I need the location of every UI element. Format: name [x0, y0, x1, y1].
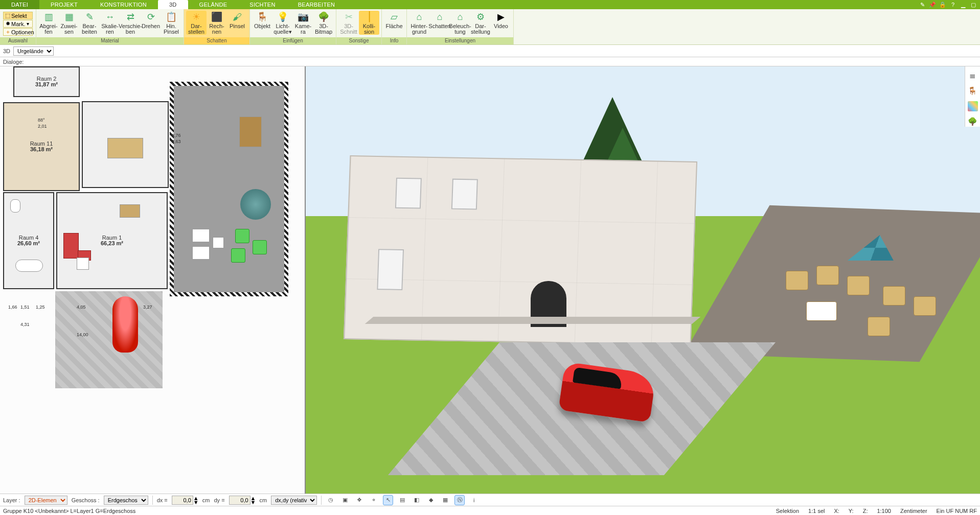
camera-icon: 📷 — [297, 11, 310, 23]
ribbon-btn-rechnen[interactable]: ⬛Rech-nen — [207, 11, 227, 35]
floor-label: Geschoss : — [72, 497, 100, 503]
ribbon-btn-3dbitmap[interactable]: 🌳3D-Bitmap — [313, 11, 334, 35]
bathtub[interactable] — [15, 260, 43, 272]
ribbon-btn-hintergrund[interactable]: ⌂Hinter-grund — [409, 11, 429, 35]
tb-layer-icon[interactable]: ◧ — [412, 495, 422, 505]
garden-chair[interactable] — [253, 240, 267, 254]
coffee-table[interactable] — [77, 258, 89, 270]
plant-icon[interactable]: 🌳 — [968, 116, 978, 127]
ribbon-btn-darstellung[interactable]: ⚙Dar-stellung — [470, 11, 491, 35]
toilet[interactable] — [10, 199, 20, 213]
side-table[interactable] — [213, 237, 224, 248]
pin-icon[interactable]: 📌 — [929, 1, 936, 8]
ribbon-btn-pinsel[interactable]: 🖌Pinsel — [227, 11, 247, 29]
garden-chair[interactable] — [231, 248, 245, 263]
dx-input[interactable] — [172, 496, 193, 505]
dim-label: 1,66 — [8, 305, 17, 310]
dim-label: 4,31 — [20, 322, 30, 327]
ribbon-btn-verschieben[interactable]: ⇄Verschie-ben — [120, 11, 141, 35]
garden-chair[interactable] — [235, 229, 249, 243]
minimize-icon[interactable]: ▁ — [960, 1, 967, 8]
room-11[interactable]: Raum 1136,18 m² — [3, 102, 80, 191]
floor-select[interactable]: Erdgeschos — [104, 496, 148, 505]
palette-icon[interactable] — [968, 101, 978, 111]
menu-tab-bearbeiten[interactable]: BEARBEITEN — [287, 0, 347, 9]
maximize-icon[interactable]: ▢ — [970, 1, 977, 8]
ribbon-btn-objekt[interactable]: 🪑Objekt — [252, 11, 272, 29]
ribbon-btn-video[interactable]: ▶Video — [491, 11, 511, 29]
lounge-chair[interactable] — [192, 246, 210, 260]
ribbon: ⬚Selekt ✸Mark.▾ ＋Optionen Auswahl ▥Abgre… — [0, 9, 980, 45]
desk[interactable] — [120, 204, 140, 218]
tb-clock-icon[interactable]: ◷ — [326, 495, 336, 505]
menu-tab-projekt[interactable]: PROJEKT — [39, 0, 89, 9]
ribbon-btn-optionen[interactable]: ＋Optionen — [3, 28, 33, 36]
menu-tab-3d[interactable]: 3D — [158, 0, 188, 9]
option-bar: 3D Urgelände — [0, 45, 980, 57]
ribbon-btn-kamera[interactable]: 📷Kame-ra — [293, 11, 313, 35]
ribbon-btn-abgreifen[interactable]: ▥Abgrei-fen — [38, 11, 59, 35]
viewport-3d[interactable]: ≣ 🪑 🌳 — [306, 66, 980, 494]
dim-label: 3,27 — [143, 305, 152, 310]
window-3d — [451, 179, 478, 210]
lounge-chair[interactable] — [192, 229, 210, 242]
lock-icon[interactable]: 🔒 — [939, 1, 946, 8]
pick-icon: ▥ — [42, 11, 55, 23]
ribbon-btn-darstellen[interactable]: ☀Dar-stellen — [186, 11, 207, 35]
room-2[interactable]: Raum 231,87 m² — [13, 66, 80, 97]
tb-cube-icon[interactable]: ◆ — [426, 495, 436, 505]
tb-north-icon[interactable]: Ⓝ — [454, 495, 465, 505]
car-2d[interactable] — [112, 296, 138, 353]
furniture-icon[interactable]: 🪑 — [968, 86, 978, 96]
sofa[interactable] — [63, 233, 79, 259]
mode-label: 3D — [3, 48, 10, 54]
menu-tab-gelaende[interactable]: GELÄNDE — [188, 0, 239, 9]
ribbon-btn-hinpinsel[interactable]: 📋Hin.Pinsel — [161, 11, 181, 35]
ribbon-btn-schatten[interactable]: ⌂Schatten — [429, 11, 450, 29]
help-icon[interactable]: ? — [949, 1, 956, 8]
workspace: Raum 231,87 m² Raum 1136,18 m² Raum 545,… — [0, 66, 980, 494]
tb-info-icon[interactable]: i — [469, 495, 479, 505]
dim-label: 14,00 — [77, 332, 88, 337]
tb-hatch-icon[interactable]: ▤ — [397, 495, 407, 505]
ribbon-btn-lichtquelle[interactable]: 💡Licht-quelle▾ — [272, 11, 293, 35]
pen-icon[interactable]: ✎ — [919, 1, 926, 8]
menu-tab-datei[interactable]: DATEI — [0, 0, 39, 9]
terrace-bench[interactable] — [239, 116, 262, 147]
layers-icon[interactable]: ≣ — [968, 71, 978, 81]
ribbon-group-label: Auswahl — [0, 37, 36, 44]
coord-mode-select[interactable]: dx,dy (relativ ka — [271, 496, 317, 505]
plus-icon: ＋ — [5, 28, 10, 36]
collision-icon: ⎮ — [362, 11, 376, 23]
tb-group-icon[interactable]: ❖ — [354, 495, 364, 505]
ribbon-btn-bearbeiten[interactable]: ✎Bear-beiten — [79, 11, 100, 35]
ribbon-btn-beleuchtung[interactable]: ⌂Beleuch-tung — [450, 11, 470, 35]
dy-input[interactable] — [229, 496, 250, 505]
tb-cursor-icon[interactable]: ↖ — [383, 495, 393, 505]
viewport-2d[interactable]: Raum 231,87 m² Raum 1136,18 m² Raum 545,… — [0, 66, 306, 494]
ribbon-btn-3dschnitt[interactable]: ✂3D-Schnitt — [338, 11, 359, 35]
ribbon-btn-skalieren[interactable]: ↔Skalie-ren — [100, 11, 120, 35]
layer-select[interactable]: 2D-Elemen — [25, 496, 67, 505]
brush-icon: 📋 — [165, 11, 178, 23]
ribbon-btn-zuweisen[interactable]: ▦Zuwei-sen — [59, 11, 79, 35]
ribbon-btn-mark[interactable]: ✸Mark.▾ — [3, 20, 33, 28]
ribbon-btn-selekt[interactable]: ⬚Selekt — [3, 12, 33, 19]
ribbon-btn-kollision[interactable]: ⎮Kolli-sion — [359, 11, 379, 35]
tb-grid-icon[interactable]: ▦ — [440, 495, 450, 505]
umbrella-2d[interactable] — [240, 189, 271, 220]
ribbon-btn-flaeche[interactable]: ▱Fläche — [384, 11, 404, 29]
menu-tab-konstruktion[interactable]: KONSTRUKTION — [89, 0, 158, 9]
layer-label: Layer : — [3, 497, 20, 503]
tb-screen-icon[interactable]: ▣ — [340, 495, 350, 505]
status-z: Z: — [863, 508, 868, 514]
terrain-select[interactable]: Urgelände — [13, 46, 54, 56]
tb-snap-icon[interactable]: ⌖ — [369, 495, 379, 505]
terrace[interactable] — [170, 82, 288, 296]
ribbon-group-label: Einstellungen — [407, 37, 513, 44]
ribbon-group-label: Material — [36, 37, 184, 44]
menu-tab-sichten[interactable]: SICHTEN — [238, 0, 286, 9]
ribbon-btn-drehen[interactable]: ⟳Drehen — [141, 11, 161, 29]
dining-table[interactable] — [107, 138, 143, 158]
light-icon: ⌂ — [453, 11, 467, 23]
